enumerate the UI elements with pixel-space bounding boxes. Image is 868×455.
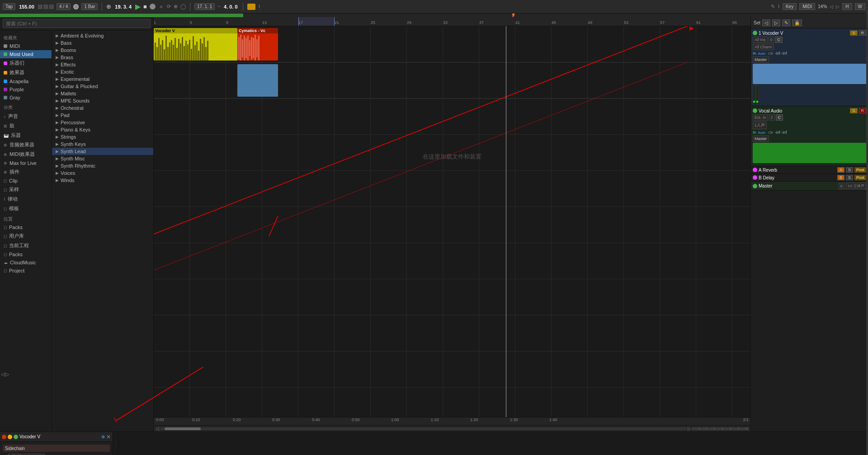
w-button[interactable]: W [855, 3, 865, 10]
sidebar-item-m4l[interactable]: ⊕ Max for Live [0, 159, 52, 167]
cat-brass[interactable]: ▶ Brass [52, 54, 153, 61]
progress-bar[interactable] [0, 14, 868, 17]
resize-handle[interactable] [866, 0, 868, 455]
arrow-left-icon[interactable]: ⊕ [106, 3, 111, 10]
cat-guitar[interactable]: ▶ Guitar & Plucked [52, 83, 153, 90]
sidebar-item-audio-fx[interactable]: ⊕ 音频效果器 [0, 140, 52, 150]
ch2-auto-btn[interactable]: Auto [757, 131, 766, 135]
clip-vocoder-v[interactable]: Vocoder V [154, 28, 237, 61]
ch2-r-btn[interactable]: R [859, 108, 867, 113]
ch2-person-btn[interactable]: 1人声 [753, 122, 767, 129]
cat-synth-rhythmic[interactable]: ▶ Synth Rhythmic [52, 162, 153, 169]
sidebar-item-packs2[interactable]: ◻ Packs [0, 250, 52, 258]
beat-pos-display[interactable]: 4. 0. 0 [224, 4, 238, 9]
wave-icon[interactable]: ⌇ [258, 4, 260, 9]
cat-ambient[interactable]: ▶ Ambient & Evolving [52, 32, 153, 39]
cat-pad[interactable]: ▶ Pad [52, 112, 153, 119]
stop-button[interactable]: ■ [143, 3, 147, 10]
cat-synth-keys[interactable]: ▶ Synth Keys [52, 141, 153, 148]
cat-percussive[interactable]: ▶ Percussive [52, 119, 153, 126]
ch2-route-in-btn[interactable]: Ext. In [753, 114, 768, 121]
follow-icon[interactable]: ◯ [180, 4, 186, 9]
ch1-power-icon[interactable] [753, 31, 757, 35]
horiz-scrollbar[interactable]: ◁ ▷ [154, 425, 750, 432]
sidebar-item-effects[interactable]: 效果器 [0, 68, 52, 77]
sidebar-item-sounds[interactable]: ♪ 声音 [0, 112, 52, 121]
envelope-icon[interactable]: ⌇ [778, 4, 780, 9]
sidebar-item-purple[interactable]: Purple [0, 85, 52, 94]
sidebar-item-plugins[interactable]: ⊕ 插件 [0, 167, 52, 177]
cat-winds[interactable]: ▶ Winds [52, 177, 153, 184]
dev-dot-orange[interactable] [8, 435, 12, 439]
send-a-s-btn[interactable]: S [846, 167, 853, 173]
ch1-route-in-btn[interactable]: All Ins [753, 37, 768, 43]
cat-synth-misc[interactable]: ▶ Synth Misc [52, 155, 153, 162]
sidebar-item-acapella[interactable]: Acapella [0, 77, 52, 85]
cat-voices[interactable]: ▶ Voices [52, 169, 153, 177]
send-b-btn[interactable]: B [837, 175, 844, 180]
h-button[interactable]: H [842, 3, 852, 10]
cat-mallets[interactable]: ▶ Mallets [52, 90, 153, 97]
cat-bass[interactable]: ▶ Bass [52, 39, 153, 47]
pencil-icon[interactable]: ✎ [771, 4, 775, 9]
cat-strings[interactable]: ▶ Strings [52, 133, 153, 141]
send-stereo-btn[interactable]: 1/2 立体声 [846, 183, 866, 189]
clip-blue[interactable] [237, 64, 278, 97]
cat-effects[interactable]: ▶ Effects [52, 61, 153, 68]
mixer-next-btn[interactable]: ▷ [772, 19, 780, 26]
next-icon[interactable]: ▷ [5, 371, 9, 377]
send-b-power[interactable] [753, 175, 757, 180]
ch1-fader-val-btn[interactable]: 0 [769, 37, 774, 43]
ch2-s-btn[interactable]: S [850, 108, 857, 113]
sidebar-item-clip[interactable]: ◻ Clip [0, 177, 52, 185]
ch1-c-btn[interactable]: C [775, 37, 783, 43]
sidebar-item-user-lib[interactable]: ◻ 用户库 [0, 231, 52, 241]
cat-piano[interactable]: ▶ Piano & Keys [52, 126, 153, 133]
send-b-post-label[interactable]: Post [854, 175, 866, 180]
cat-orchestral[interactable]: ▶ Orchestral [52, 104, 153, 112]
sidebar-item-most-used[interactable]: Most Used [0, 50, 52, 58]
key-button[interactable]: Key [783, 3, 797, 10]
send-a-power[interactable] [753, 168, 757, 172]
ch1-off-btn[interactable]: Off [767, 52, 774, 56]
position-display[interactable]: 19. 3. 4 [115, 4, 132, 9]
dev-dot-red[interactable] [2, 435, 6, 439]
ch1-r-btn[interactable]: R [859, 30, 867, 36]
ext-pos-button[interactable]: 17. 1. 1 [194, 3, 215, 10]
send-master-power[interactable] [753, 184, 757, 188]
send-b-s-btn[interactable]: S [846, 175, 853, 180]
sidebar-item-current-proj[interactable]: ◻ 当前工程 [0, 241, 52, 250]
device-drop-zone[interactable]: 在这里加载音频效果器 [118, 432, 868, 455]
play-button[interactable]: ▶ [135, 2, 141, 11]
ch2-fader-val-btn[interactable]: 2 [769, 114, 775, 121]
time-sig-button[interactable]: 4 / 4 [57, 3, 71, 10]
scroll-right-icon[interactable]: ▷ [688, 426, 691, 431]
zoom-out-icon[interactable]: ◁ [830, 4, 833, 9]
sidebar-item-templates[interactable]: ◻ 模板 [0, 204, 52, 213]
mixer-edit-btn[interactable]: ✎ [782, 19, 790, 26]
ch2-c-btn[interactable]: C [776, 114, 783, 121]
ch1-master-btn[interactable]: Master [753, 56, 769, 63]
timeline-ruler[interactable]: 1 5 9 13 17 21 25 29 33 37 41 45 49 53 5… [154, 17, 750, 26]
ch2-off-btn[interactable]: Off [767, 131, 774, 135]
cat-mpe[interactable]: ▶ MPE Sounds [52, 97, 153, 104]
mixer-prev-btn[interactable]: ◁ [762, 19, 770, 26]
sidebar-item-groove[interactable]: ⌇ 律动 [0, 194, 52, 204]
sidebar-item-instr[interactable]: 🎹 乐器 [0, 131, 52, 140]
ch1-s-btn[interactable]: S [850, 30, 857, 36]
zoom-in-icon[interactable]: ▷ [836, 4, 840, 9]
cat-synth-lead[interactable]: ▶ Synth Lead [52, 148, 153, 155]
send-a-post-label[interactable]: Post [854, 167, 866, 173]
ch1-all-chann-btn[interactable]: All Chann [753, 44, 774, 50]
cat-booms[interactable]: ▶ Booms [52, 47, 153, 54]
bpm-display[interactable]: 155.00 [19, 4, 34, 9]
cat-experimental[interactable]: ▶ Experimental [52, 75, 153, 83]
sidebar-item-instruments[interactable]: 乐器们 [0, 58, 52, 68]
scroll-left-icon[interactable]: ◁ [156, 426, 159, 431]
cat-exotic[interactable]: ▶ Exotic [52, 68, 153, 75]
send-a-btn[interactable]: A [837, 167, 844, 173]
punch-icon[interactable]: ⊕ [174, 4, 178, 9]
send-master-val-btn[interactable]: 0 [839, 183, 844, 189]
loop-icon[interactable]: ⟳ [167, 4, 171, 9]
mixer-lock-btn[interactable]: 🔒 [792, 19, 802, 26]
